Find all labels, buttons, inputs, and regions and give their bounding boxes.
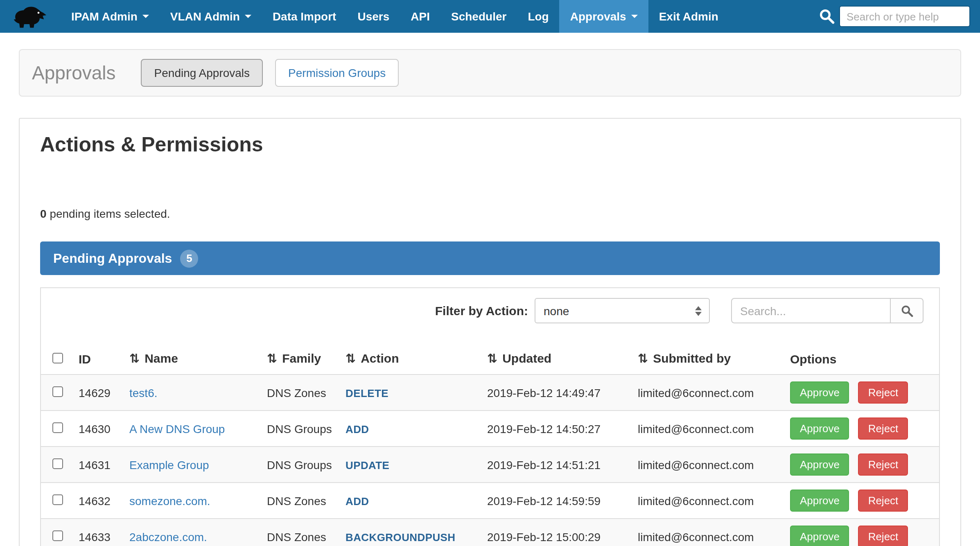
- nav-item-scheduler[interactable]: Scheduler: [440, 0, 517, 33]
- nav-menu: IPAM Admin VLAN Admin Data Import Users …: [61, 0, 729, 33]
- cell-submitted-by: limited@6connect.com: [630, 375, 782, 411]
- search-icon: [900, 304, 913, 317]
- approve-button[interactable]: Approve: [790, 490, 849, 512]
- nav-item-label: Data Import: [273, 10, 336, 23]
- cell-updated: 2019-Feb-12 14:49:47: [479, 375, 630, 411]
- nav-item-label: Approvals: [570, 10, 626, 23]
- cell-id: 14631: [70, 447, 121, 483]
- table-row: 14629 test6. DNS Zones DELETE 2019-Feb-1…: [41, 375, 939, 411]
- column-header-name[interactable]: ⇅Name: [121, 345, 259, 375]
- cell-name-link[interactable]: 2abczone.com.: [129, 530, 207, 543]
- approve-button[interactable]: Approve: [790, 526, 849, 546]
- cell-updated: 2019-Feb-12 15:00:29: [479, 519, 630, 546]
- nav-item-label: IPAM Admin: [71, 10, 138, 23]
- approve-button[interactable]: Approve: [790, 417, 849, 440]
- filter-bar: Filter by Action: none: [41, 288, 939, 333]
- sort-icon: ⇅: [638, 351, 648, 365]
- nav-item-vlan-admin[interactable]: VLAN Admin: [160, 0, 262, 33]
- global-search: [819, 0, 970, 33]
- cell-id: 14632: [70, 483, 121, 519]
- table-row: 14632 somezone.com. DNS Zones ADD 2019-F…: [41, 483, 939, 519]
- provision-rhino-logo[interactable]: [11, 0, 47, 33]
- cell-family: DNS Zones: [259, 519, 337, 546]
- nav-item-label: API: [411, 10, 430, 23]
- select-all-checkbox[interactable]: [52, 352, 63, 363]
- cell-id: 14633: [70, 519, 121, 546]
- navbar-spacer: [729, 0, 819, 33]
- pending-approvals-table: ID ⇅Name ⇅Family ⇅Action ⇅Updated ⇅Submi…: [41, 345, 939, 546]
- cell-submitted-by: limited@6connect.com: [630, 411, 782, 447]
- column-header-id[interactable]: ID: [70, 345, 121, 375]
- approvals-subheader: Approvals Pending Approvals Permission G…: [19, 49, 961, 97]
- cell-family: DNS Groups: [259, 411, 337, 447]
- reject-button[interactable]: Reject: [858, 381, 908, 404]
- nav-item-label: Scheduler: [451, 10, 506, 23]
- select-arrows-icon: [695, 306, 702, 316]
- sort-icon: ⇅: [487, 351, 497, 365]
- filter-action-select[interactable]: none: [535, 298, 710, 323]
- cell-name-link[interactable]: A New DNS Group: [129, 422, 225, 435]
- nav-item-ipam-admin[interactable]: IPAM Admin: [61, 0, 160, 33]
- nav-item-exit-admin[interactable]: Exit Admin: [648, 0, 729, 33]
- column-header-submitted-by[interactable]: ⇅Submitted by: [630, 345, 782, 375]
- reject-button[interactable]: Reject: [858, 526, 908, 546]
- nav-item-label: Log: [528, 10, 549, 23]
- approve-button[interactable]: Approve: [790, 453, 849, 476]
- cell-name-link[interactable]: test6.: [129, 386, 158, 399]
- nav-item-approvals[interactable]: Approvals: [560, 0, 648, 33]
- cell-action: UPDATE: [345, 459, 389, 471]
- row-checkbox[interactable]: [52, 386, 63, 397]
- cell-family: DNS Zones: [259, 483, 337, 519]
- reject-button[interactable]: Reject: [858, 490, 908, 512]
- table-search-input[interactable]: [731, 298, 891, 323]
- nav-item-data-import[interactable]: Data Import: [262, 0, 347, 33]
- sort-icon: ⇅: [267, 351, 277, 365]
- nav-item-label: VLAN Admin: [170, 10, 240, 23]
- cell-submitted-by: limited@6connect.com: [630, 483, 782, 519]
- pending-approvals-header: Pending Approvals 5: [40, 241, 940, 275]
- nav-item-label: Users: [357, 10, 389, 23]
- cell-updated: 2019-Feb-12 14:59:59: [479, 483, 630, 519]
- pending-approvals-tab-button[interactable]: Pending Approvals: [141, 59, 263, 87]
- cell-updated: 2019-Feb-12 14:50:27: [479, 411, 630, 447]
- cell-family: DNS Zones: [259, 375, 337, 411]
- cell-action: ADD: [345, 495, 369, 507]
- page-section-title: Approvals: [32, 62, 116, 84]
- chevron-down-icon: [245, 15, 251, 18]
- cell-name-link[interactable]: somezone.com.: [129, 494, 210, 507]
- selected-count-line: 0 pending items selected.: [40, 207, 940, 220]
- cell-name-link[interactable]: Example Group: [129, 458, 209, 471]
- pending-approvals-table-box: Filter by Action: none: [40, 287, 940, 546]
- selected-count: 0: [40, 207, 47, 220]
- permission-groups-tab-button[interactable]: Permission Groups: [275, 59, 399, 87]
- row-checkbox[interactable]: [52, 458, 63, 469]
- column-header-family[interactable]: ⇅Family: [259, 345, 337, 375]
- nav-item-api[interactable]: API: [400, 0, 440, 33]
- row-checkbox[interactable]: [52, 494, 63, 505]
- selected-count-text: pending items selected.: [50, 207, 170, 220]
- reject-button[interactable]: Reject: [858, 417, 908, 440]
- rhino-logo-icon: [11, 4, 47, 29]
- filter-action-selected-value: none: [544, 304, 569, 317]
- page-title: Actions & Permissions: [40, 132, 940, 156]
- chevron-down-icon: [631, 15, 638, 18]
- table-row: 14631 Example Group DNS Groups UPDATE 20…: [41, 447, 939, 483]
- nav-item-log[interactable]: Log: [517, 0, 559, 33]
- column-header-options: Options: [782, 345, 939, 375]
- row-checkbox[interactable]: [52, 530, 63, 541]
- table-search-button[interactable]: [891, 298, 924, 323]
- top-navbar: IPAM Admin VLAN Admin Data Import Users …: [0, 0, 980, 33]
- column-header-action[interactable]: ⇅Action: [337, 345, 479, 375]
- row-checkbox[interactable]: [52, 422, 63, 433]
- sort-icon: ⇅: [129, 351, 140, 365]
- cell-family: DNS Groups: [259, 447, 337, 483]
- search-icon: [819, 8, 835, 25]
- cell-action: DELETE: [345, 387, 388, 399]
- cell-id: 14629: [70, 375, 121, 411]
- approve-button[interactable]: Approve: [790, 381, 849, 404]
- global-search-input[interactable]: [839, 6, 970, 27]
- nav-item-users[interactable]: Users: [347, 0, 400, 33]
- reject-button[interactable]: Reject: [858, 453, 908, 476]
- column-header-updated[interactable]: ⇅Updated: [479, 345, 630, 375]
- actions-permissions-panel: Actions & Permissions 0 pending items se…: [19, 118, 961, 546]
